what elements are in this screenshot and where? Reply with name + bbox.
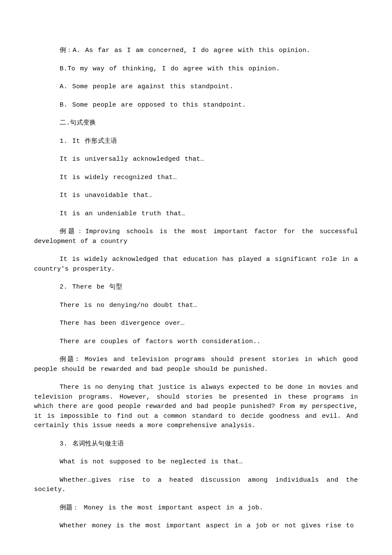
paragraph-line: It is universally acknowledged that… bbox=[34, 155, 358, 165]
paragraph-line: A. Some people are against this standpoi… bbox=[34, 82, 358, 92]
paragraph-line: There are couples of factors worth consi… bbox=[34, 337, 358, 347]
paragraph-line: 例题：Improving schools is the most importa… bbox=[34, 227, 358, 246]
paragraph-line: 例：A. As far as I am concerned, I do agre… bbox=[34, 46, 358, 56]
paragraph-line: Whether money is the most important aspe… bbox=[34, 521, 358, 531]
paragraph-line: 二.句式变换 bbox=[34, 119, 358, 128]
paragraph-line: It is widely recognized that… bbox=[34, 173, 358, 183]
paragraph-line: 1. It 作形式主语 bbox=[34, 137, 358, 147]
paragraph-line: There is no denying/no doubt that… bbox=[34, 301, 358, 311]
paragraph-line: It is an undeniable truth that… bbox=[34, 209, 358, 219]
paragraph-line: 例题： Money is the most important aspect i… bbox=[34, 503, 358, 513]
paragraph-line: 2. There be 句型 bbox=[34, 283, 358, 292]
paragraph-line: There has been divergence over… bbox=[34, 319, 358, 329]
paragraph-line: 例题: Movies and television programs shoul… bbox=[34, 355, 358, 374]
paragraph-line: 3. 名词性从句做主语 bbox=[34, 439, 358, 449]
paragraph-line: What is not supposed to be neglected is … bbox=[34, 457, 358, 467]
paragraph-line: B. Some people are opposed to this stand… bbox=[34, 101, 358, 110]
paragraph-line: There is no denying that justice is alwa… bbox=[34, 383, 358, 431]
paragraph-line: Whether…gives rise to a heated discussio… bbox=[34, 476, 358, 495]
paragraph-line: It is widely acknowledged that education… bbox=[34, 255, 358, 274]
document-content: 例：A. As far as I am concerned, I do agre… bbox=[34, 46, 358, 531]
paragraph-line: It is unavoidable that… bbox=[34, 191, 358, 201]
paragraph-line: B.To my way of thinking, I do agree with… bbox=[34, 64, 358, 74]
